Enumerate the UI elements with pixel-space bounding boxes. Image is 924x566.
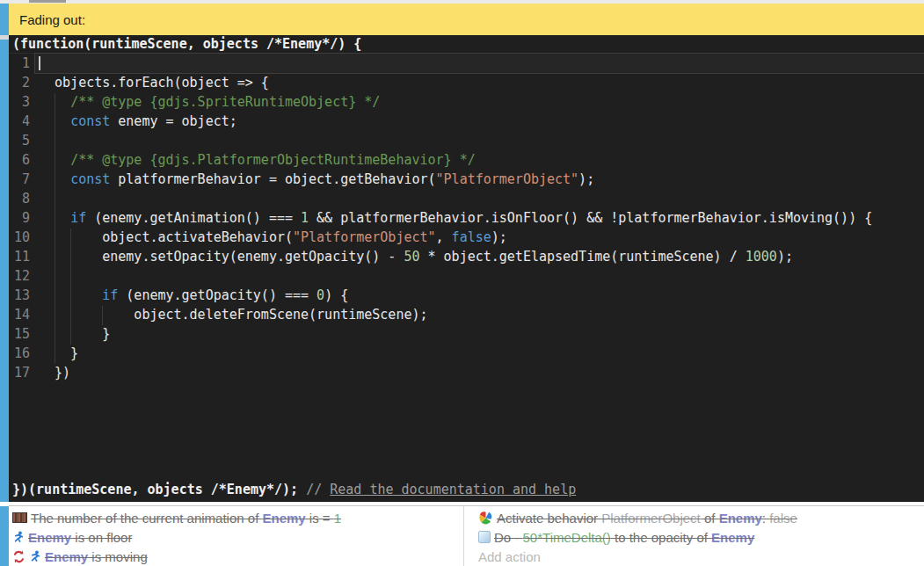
line-number: 13 <box>9 286 35 305</box>
condition-row[interactable]: The number of the current animation of E… <box>9 508 463 527</box>
action-row[interactable]: Activate behavior PlatformerObject of En… <box>464 508 924 527</box>
code-line-content: objects.forEach(object => { <box>35 73 924 92</box>
code-wrapper-open: (function(runtimeScene, objects /*Enemy*… <box>9 35 924 53</box>
event-sentence: Do - 50*TimeDelta() to the opacity of En… <box>494 530 754 545</box>
sentence-text: Add action <box>478 549 541 564</box>
code-line[interactable]: 7 const platformerBehavior = object.getB… <box>9 170 924 189</box>
code-token: 0 <box>316 287 324 303</box>
sentence-text: Do - <box>494 530 523 545</box>
line-number: 14 <box>9 305 35 324</box>
code-line[interactable]: 12 <box>9 266 924 286</box>
sentence-text: : <box>762 511 769 526</box>
code-token: const <box>70 171 110 187</box>
code-token: if <box>70 210 86 226</box>
indent-guide <box>55 93 55 364</box>
code-token: enemy = object; <box>110 113 237 129</box>
js-code-event: (function(runtimeScene, objects /*Enemy*… <box>9 35 924 502</box>
code-token: , <box>436 229 452 245</box>
sentence-text: is on floor <box>71 530 132 545</box>
code-token: } <box>39 345 78 361</box>
code-token: ); <box>491 229 507 245</box>
code-line[interactable]: 8 <box>9 189 924 208</box>
runner-icon <box>29 549 41 563</box>
code-line[interactable]: 1 <box>9 54 924 73</box>
sentence-text: to the opacity of <box>611 530 711 545</box>
line-number: 16 <box>9 344 35 363</box>
documentation-link[interactable]: Read the documentation and help <box>330 482 576 497</box>
line-number: 7 <box>9 170 35 189</box>
code-footer-comment: // <box>306 482 330 497</box>
event-sentence: Enemy is on floor <box>28 530 132 545</box>
indent-guide <box>102 306 103 325</box>
code-token: 1 <box>301 210 309 226</box>
code-wrapper-close: })(runtimeScene, objects /*Enemy*/); // … <box>9 479 924 500</box>
code-line-content: /** @type {gdjs.SpriteRuntimeObject} */ <box>35 92 924 112</box>
code-line-content: if (enemy.getOpacity() === 0) { <box>35 286 924 305</box>
sentence-text: is = <box>306 511 334 526</box>
parameter: PlatformerObject <box>601 511 701 526</box>
line-number: 10 <box>9 228 35 247</box>
code-line-content: }) <box>35 363 924 382</box>
animation-icon <box>12 512 27 523</box>
behavior-icon <box>478 511 493 526</box>
code-token: "PlatformerObject" <box>293 229 436 245</box>
code-token: "PlatformerObject" <box>436 171 579 187</box>
code-line[interactable]: 4 const enemy = object; <box>9 112 924 131</box>
code-line[interactable]: 16 } <box>9 344 924 363</box>
code-token: object.activateBehavior( <box>39 229 293 245</box>
code-line[interactable]: 11 enemy.setOpacity(enemy.getOpacity() -… <box>9 247 924 266</box>
line-number: 3 <box>9 92 35 112</box>
line-number: 6 <box>9 150 35 170</box>
code-line[interactable]: 17 }) <box>9 363 924 382</box>
code-token: ); <box>578 171 594 187</box>
code-line[interactable]: 13 if (enemy.getOpacity() === 0) { <box>9 286 924 305</box>
add-action-button[interactable]: Add action <box>464 547 924 566</box>
code-editor[interactable]: 12 objects.forEach(object => {3 /** @typ… <box>9 53 924 382</box>
line-number: 12 <box>9 266 35 286</box>
code-token: platformerBehavior = object.getBehavior( <box>110 171 435 187</box>
sentence-text: of <box>701 511 719 526</box>
code-line[interactable]: 2 objects.forEach(object => { <box>9 73 924 92</box>
code-line[interactable]: 15 } <box>9 324 924 344</box>
line-number: 11 <box>9 247 35 266</box>
line-number: 15 <box>9 324 35 344</box>
code-token: if <box>102 287 118 303</box>
code-line-content: enemy.setOpacity(enemy.getOpacity() - 50… <box>35 247 924 266</box>
line-number: 17 <box>9 363 35 382</box>
code-line[interactable]: 3 /** @type {gdjs.SpriteRuntimeObject} *… <box>9 92 924 112</box>
code-line[interactable]: 5 <box>9 131 924 150</box>
code-token: const <box>70 113 110 129</box>
code-line[interactable]: 14 object.deleteFromScene(runtimeScene); <box>9 305 924 324</box>
code-token: 50 <box>404 249 419 265</box>
code-wrapper-close-text: })(runtimeScene, objects /*Enemy*/); <box>12 482 306 497</box>
code-line-content: object.activateBehavior("PlatformerObjec… <box>35 228 924 247</box>
code-line[interactable]: 10 object.activateBehavior("PlatformerOb… <box>9 228 924 247</box>
code-token: enemy.setOpacity(enemy.getOpacity() - <box>39 249 404 265</box>
code-token: objects.forEach(object => { <box>39 75 269 91</box>
sentence-text: The number of the current animation of <box>31 511 262 526</box>
code-line-content: } <box>35 344 924 363</box>
code-line[interactable]: 9 if (enemy.getAnimation() === 1 && plat… <box>9 208 924 228</box>
action-row[interactable]: Do - 50*TimeDelta() to the opacity of En… <box>464 527 924 547</box>
code-line[interactable]: 6 /** @type {gdjs.PlatformerObjectRuntim… <box>9 150 924 170</box>
sentence-text: is moving <box>88 549 148 564</box>
event-selection-bar <box>0 4 9 35</box>
object-name: Enemy <box>28 530 71 545</box>
object-name: Enemy <box>711 530 754 545</box>
code-token: } <box>39 326 110 342</box>
top-divider-notch <box>29 0 66 3</box>
code-line-content: object.deleteFromScene(runtimeScene); <box>35 305 924 324</box>
object-name: Enemy <box>262 511 305 526</box>
event-selection-bar <box>0 40 9 502</box>
event-sentence: Enemy is moving <box>45 549 148 564</box>
event-comment-header[interactable]: Fading out: <box>9 4 924 35</box>
conditions-column: The number of the current animation of E… <box>9 506 463 566</box>
condition-row[interactable]: Enemy is moving <box>9 547 463 566</box>
value-parameter: 50*TimeDelta() <box>523 530 611 545</box>
event-sentence: Add action <box>478 549 541 564</box>
condition-row[interactable]: Enemy is on floor <box>9 527 463 547</box>
line-number: 1 <box>9 54 35 73</box>
gdevelop-event-sheet: Fading out: (function(runtimeScene, obje… <box>0 0 924 566</box>
event-sentence: The number of the current animation of E… <box>31 511 341 526</box>
indent-guide <box>70 229 71 345</box>
